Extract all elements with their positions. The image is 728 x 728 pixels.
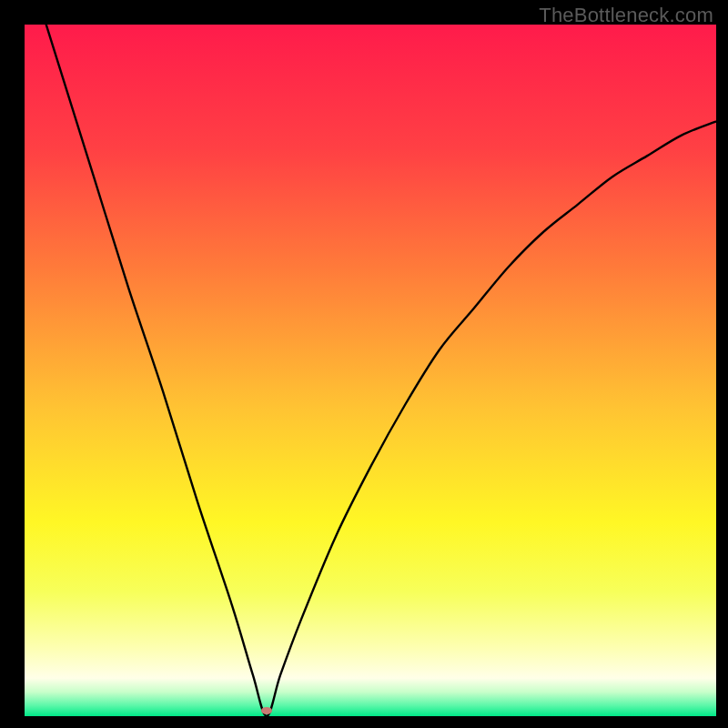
chart-frame: TheBottleneck.com <box>0 0 728 728</box>
optimum-marker <box>261 707 272 714</box>
bottleneck-chart <box>0 0 728 728</box>
watermark-text: TheBottleneck.com <box>539 4 713 27</box>
plot-background <box>25 25 716 716</box>
